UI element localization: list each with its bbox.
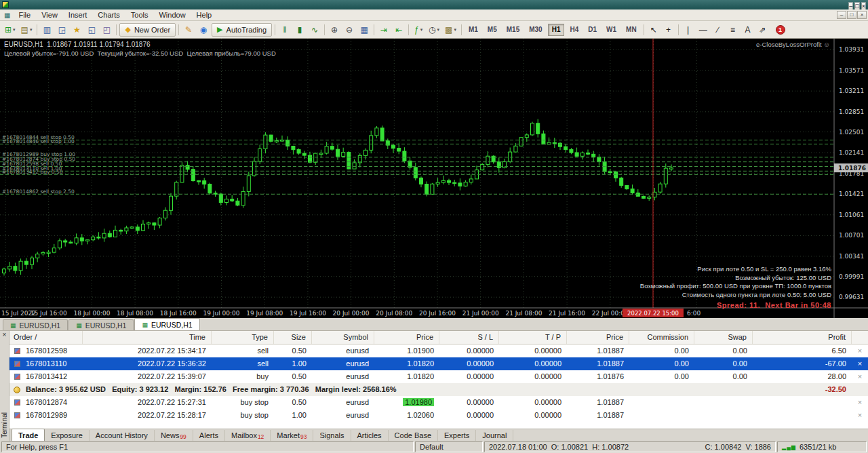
timeframe-d1[interactable]: D1 (584, 24, 601, 36)
autotrading-button[interactable]: ▶AutoTrading (212, 23, 272, 37)
menu-item-tools[interactable]: Tools (125, 10, 154, 20)
terminal-tab-experts[interactable]: Experts (438, 430, 476, 441)
terminal-tab-exposure[interactable]: Exposure (45, 430, 89, 441)
timeframe-m30[interactable]: M30 (525, 24, 546, 36)
menu-item-view[interactable]: View (36, 10, 63, 20)
terminal-panel-button[interactable]: ◱ (85, 23, 98, 37)
svg-text:1.00341: 1.00341 (839, 253, 864, 260)
timeframe-h1[interactable]: H1 (548, 24, 565, 36)
open-order-row[interactable]: 16780134122022.07.22 15:39:07buy0.50euru… (9, 370, 868, 383)
templates-button[interactable]: ▩▾ (443, 23, 458, 37)
column-header-order[interactable]: Order / (9, 331, 83, 344)
terminal-tab-account-history[interactable]: Account History (90, 430, 155, 441)
horizontal-line-button[interactable]: — (696, 23, 710, 37)
navigator-button[interactable]: ★ (70, 23, 83, 37)
mdi-close-button[interactable]: × (857, 11, 867, 19)
timeframe-mn[interactable]: MN (622, 24, 641, 36)
column-header-symbol[interactable]: Symbol (312, 331, 374, 344)
column-header-type[interactable]: Type (212, 331, 274, 344)
chart-candles-button[interactable]: ▮ (293, 23, 307, 37)
column-header-size[interactable]: Size (274, 331, 312, 344)
terminal-tab-trade[interactable]: Trade (12, 429, 45, 441)
terminal-tab-signals[interactable]: Signals (313, 430, 351, 441)
zoom-out-button[interactable]: ⊖ (342, 23, 356, 37)
cell-order: 1678012989 (24, 409, 83, 422)
timeframe-m1[interactable]: M1 (465, 24, 482, 36)
cell-sl: 0.00000 (439, 344, 499, 357)
pending-order-row[interactable]: 16780128742022.07.22 15:27:31buy stop0.5… (9, 396, 868, 409)
terminal-tab-market[interactable]: Market93 (271, 430, 313, 441)
profiles-button[interactable]: ▤▾ (19, 23, 35, 37)
menu-item-insert[interactable]: Insert (63, 10, 93, 20)
menu-items: FileViewInsertChartsToolsWindowHelp (13, 11, 217, 19)
pending-order-row[interactable]: 16780129892022.07.22 15:28:17buy stop1.0… (9, 409, 868, 422)
new-chart-button[interactable]: ⊞▾ (3, 23, 18, 37)
column-header-sl[interactable]: S / L (439, 331, 499, 344)
svg-text:1.01061: 1.01061 (839, 212, 864, 218)
column-header-profit[interactable]: Profit (753, 331, 852, 344)
terminal-tab-news[interactable]: News99 (155, 430, 193, 441)
column-header-price2[interactable]: Price (567, 331, 629, 344)
column-header-commission[interactable]: Commission (629, 331, 694, 344)
terminal-tab-alerts[interactable]: Alerts (193, 430, 225, 441)
open-order-row[interactable]: 16780131102022.07.22 15:36:32sell1.00eur… (9, 357, 868, 370)
terminal-tab-code-base[interactable]: Code Base (389, 430, 438, 441)
chart-tab-3[interactable]: ▦EURUSD,H1 (134, 318, 199, 330)
strategy-tester-button[interactable]: ◰ (100, 23, 113, 37)
menu-item-file[interactable]: File (13, 10, 36, 20)
mdi-minimize-button[interactable]: – (837, 11, 846, 19)
chart-tab-2[interactable]: ▦EURUSD,H1 (68, 319, 134, 330)
close-order-button[interactable]: × (852, 409, 868, 422)
menu-item-charts[interactable]: Charts (92, 10, 125, 20)
terminal-tab-journal[interactable]: Journal (476, 430, 513, 441)
trendline-button[interactable]: ∕ (711, 23, 725, 37)
auto-scroll-button[interactable]: ⇥ (377, 23, 391, 37)
fibonacci-button[interactable]: ≡ (726, 23, 740, 37)
data-window-button[interactable]: ◲ (55, 23, 68, 37)
notification-badge[interactable]: 1 (776, 25, 785, 35)
timeframe-m5[interactable]: M5 (484, 24, 501, 36)
vertical-line-button[interactable]: | (682, 23, 695, 37)
menu-bar: ▦ FileViewInsertChartsToolsWindowHelp –□… (0, 9, 868, 21)
close-order-button[interactable]: × (852, 357, 868, 370)
terminal-tab-articles[interactable]: Articles (351, 430, 389, 441)
open-order-row[interactable]: 16780125982022.07.22 15:34:17sell0.50eur… (9, 344, 868, 357)
chart-bars-button[interactable]: ‖ (278, 23, 292, 37)
new-order-button[interactable]: ◆New Order (119, 23, 176, 37)
column-header-swap[interactable]: Swap (694, 331, 753, 344)
chart-tab-label: EURUSD,H1 (20, 321, 61, 330)
menu-item-window[interactable]: Window (153, 10, 191, 20)
timeframe-m15[interactable]: M15 (502, 24, 524, 36)
text-label-button[interactable]: A (741, 23, 755, 37)
close-order-button[interactable]: × (852, 370, 868, 383)
mql5-community-button[interactable]: ◉ (197, 23, 210, 37)
menu-item-help[interactable]: Help (191, 10, 218, 20)
terminal-tab-label: Trade (18, 430, 38, 441)
status-profile[interactable]: Default (415, 441, 483, 452)
metaeditor-button[interactable]: ✎ (182, 23, 195, 37)
timeframe-h4[interactable]: H4 (566, 24, 583, 36)
terminal-close-button[interactable]: × (3, 332, 7, 338)
column-header-tp[interactable]: T / P (499, 331, 567, 344)
tile-windows-button[interactable]: ▦ (357, 23, 371, 37)
close-order-button[interactable]: × (852, 344, 868, 357)
periods-button[interactable]: ◷▾ (427, 23, 441, 37)
column-header-price[interactable]: Price (374, 331, 439, 344)
timeframe-w1[interactable]: W1 (602, 24, 620, 36)
chart-shift-button[interactable]: ⇤ (392, 23, 406, 37)
arrow-objects-button[interactable]: ⇗ (756, 23, 770, 37)
mdi-restore-button[interactable]: □ (847, 11, 856, 19)
chart-canvas[interactable]: 1.039311.035711.032111.028511.025011.021… (0, 39, 868, 318)
svg-text:20 Jul 16:00: 20 Jul 16:00 (419, 310, 456, 317)
cell-tp: 0.00000 (499, 396, 567, 409)
terminal-tab-mailbox[interactable]: Mailbox12 (225, 430, 271, 441)
market-watch-button[interactable]: ▥ (40, 23, 54, 37)
close-order-button[interactable]: × (852, 396, 868, 409)
zoom-in-button[interactable]: ⊕ (328, 23, 341, 37)
column-header-time[interactable]: Time (83, 331, 212, 344)
chart-tab-1[interactable]: ▦EURUSD,H1 (3, 319, 68, 330)
chart-line-button[interactable]: ∿ (308, 23, 321, 37)
crosshair-button[interactable]: + (662, 23, 675, 37)
indicators-button[interactable]: ƒ▾ (412, 23, 425, 37)
cursor-button[interactable]: ↖ (647, 23, 660, 37)
